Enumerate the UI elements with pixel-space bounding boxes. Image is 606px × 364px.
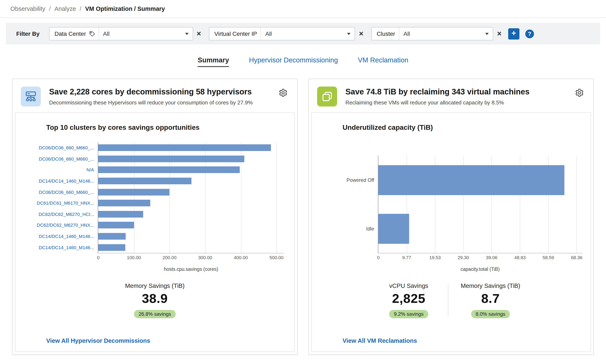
filter-label: Cluster [372,27,399,40]
chevron-down-icon [486,33,489,35]
bar [98,178,192,184]
filter-cluster: ClusterAll [371,27,493,40]
stat-label: vCPU Savings [389,283,428,289]
card-header: Save 74.8 TiB by reclaiming 343 virtual … [309,79,593,112]
card-panel: Underutilized capacity (TiB) Powered Off… [311,112,591,352]
add-filter-button[interactable]: + [508,28,519,39]
savings-badge: 26.8% savings [134,310,176,318]
x-tick-label: 0 [97,255,99,260]
card-header: Save 2,228 cores by decommissioning 58 h… [13,79,297,112]
filter-value: All [103,30,109,37]
breadcrumb-analyze[interactable]: Analyze [54,5,76,12]
filter-value: All [404,30,410,37]
bar-label[interactable]: DC62/DC62_M6270_HCI... [15,209,98,220]
filter-label: Data Center [50,27,98,40]
bar-label[interactable]: DC62/DC62_M6270_HNX... [15,220,98,231]
filter-by-label: Filter By [16,30,40,37]
underutilized-capacity-chart: Powered OffIdle09.7719.5329.3039.0648.83… [312,156,591,272]
tab-summary[interactable]: Summary [198,56,229,67]
clear-cluster-filter-button[interactable]: × [496,30,502,38]
filter-group-virtual-center-ip: Virtual Center IPAll× [209,27,364,40]
bar [98,167,240,173]
stat-memory-savings-tib: Memory Savings (TiB)8.78.0% savings [448,283,533,318]
x-tick-label: 48.83 [514,255,526,260]
bar-label[interactable]: DC14/DC14_1460_M146... [15,231,98,242]
x-tick-label: 39.06 [486,255,497,260]
x-tick-label: 68.36 [571,255,582,260]
card-subtitle: Reclaiming these VMs will reduce your al… [345,99,529,106]
bar-label[interactable]: DC06/DC06_660_M660_... [15,153,98,164]
bar [98,156,244,162]
filter-data-center-dropdown[interactable]: All [98,27,193,40]
x-tick-label: 400.00 [234,255,248,260]
card-subtitle: Decommissioning these Hypervisors will r… [49,99,253,106]
chevron-down-icon [347,33,351,35]
tabs: SummaryHypervisor DecommissioningVM Recl… [0,56,606,69]
bar [98,189,170,195]
bar-label[interactable]: DC06/DC06_660_M660_... [15,187,98,198]
bar-label[interactable]: N/A [15,164,98,175]
bar [98,144,271,151]
bar-label[interactable]: DC14/DC14_1460_M146... [15,242,98,253]
x-axis-title: capacity.total (TiB) [378,267,582,272]
bar [98,233,126,240]
x-tick-label: 0 [377,255,380,260]
x-tick-label: 58.59 [542,255,554,260]
tag-icon [89,31,95,37]
filter-value: All [265,30,272,37]
x-axis-title: hosts.cpu.savings (cores) [98,267,284,272]
bar [98,211,143,218]
card-title: Save 2,228 cores by decommissioning 58 h… [49,87,253,96]
stat-label: Memory Savings (TiB) [125,283,184,289]
savings-badge: 9.2% savings [389,310,428,318]
stat-value: 38.9 [142,291,168,306]
plot-area: 09.7719.5329.3039.0648.8358.5968.36 [378,156,582,253]
filter-group-data-center: Data CenterAll× [49,27,202,40]
x-tick-label: 19.53 [429,255,441,260]
tab-hypervisor-decommissioning[interactable]: Hypervisor Decommissioning [249,56,338,64]
filter-group-cluster: ClusterAll× [371,27,502,40]
help-icon[interactable]: ? [525,29,534,38]
card-head-text: Save 2,228 cores by decommissioning 58 h… [49,87,253,106]
bar [98,200,150,207]
x-tick-label: 29.30 [458,255,469,260]
clear-virtual-center-ip-filter-button[interactable]: × [358,30,364,38]
tab-vm-reclamation[interactable]: VM Reclamation [358,56,408,64]
filter-cluster-dropdown[interactable]: All [399,27,493,40]
bar [378,165,565,195]
filter-label: Virtual Center IP [209,27,261,40]
summary-cards: Save 2,228 cores by decommissioning 58 h… [12,79,594,355]
x-tick-label: 9.77 [402,255,411,260]
cores-savings-chart: DC06/DC06_660_M660_...DC06/DC06_660_M660… [15,142,294,272]
chart-title: Top 10 clusters by cores savings opportu… [46,124,294,131]
bar [98,222,134,229]
virtual-machine-icon [317,87,337,106]
chevron-down-icon [185,33,188,35]
stat-vcpu-savings: vCPU Savings2,8259.2% savings [369,283,448,318]
chart-title: Underutilized capacity (TiB) [343,124,591,131]
card-head-text: Save 74.8 TiB by reclaiming 343 virtual … [345,87,529,106]
view-all-vm-reclamations-link[interactable]: View All VM Reclamations [343,337,417,344]
filter-controls: Data CenterAll×Virtual Center IPAll×Clus… [49,27,502,40]
bar-label[interactable]: DC14/DC14_1460_M146... [15,176,98,187]
bar-label: Idle [312,204,378,253]
vm-optimization-page: Observability / Analyze / VM Optimizatio… [0,0,606,364]
breadcrumb-separator: / [49,5,51,12]
x-tick-label: 100.00 [127,255,141,260]
gear-icon[interactable] [278,88,288,97]
card-panel: Top 10 clusters by cores savings opportu… [15,112,295,352]
view-all-hypervisor-decommissions-link[interactable]: View All Hypervisor Decommissions [46,337,150,344]
bar [98,244,125,251]
gear-icon[interactable] [575,88,584,97]
vm-reclamation-card: Save 74.8 TiB by reclaiming 343 virtual … [308,79,594,355]
hypervisor-decommission-card: Save 2,228 cores by decommissioning 58 h… [12,79,298,355]
filter-virtual-center-ip-dropdown[interactable]: All [261,27,355,40]
x-tick-label: 200.00 [162,255,176,260]
bar-label[interactable]: DC61/DC61_M6170_HNX... [15,198,98,209]
plot-area: 0100.00200.00300.00400.00500.00 [98,142,284,253]
clear-data-center-filter-button[interactable]: × [196,30,202,38]
breadcrumb-observability[interactable]: Observability [10,5,45,12]
x-tick-label: 500.00 [269,255,283,260]
hypervisor-stats: Memory Savings (TiB)38.926.8% savings [15,283,294,318]
bar-label[interactable]: DC06/DC06_660_M660_... [15,142,98,153]
